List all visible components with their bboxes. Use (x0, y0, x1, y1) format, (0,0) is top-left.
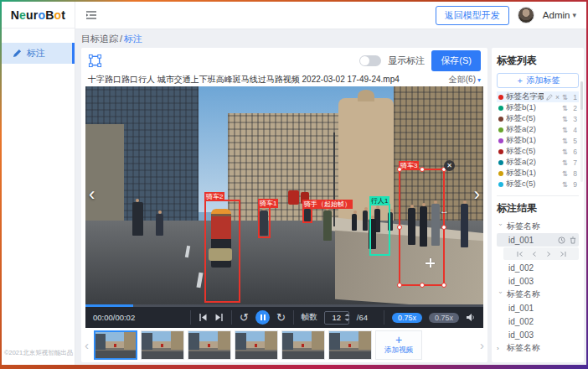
speed-pill-inactive[interactable]: 0.75x (429, 313, 459, 323)
annotation-box[interactable]: 骑手（起始帧） (302, 207, 312, 223)
result-item[interactable]: id_002 (497, 314, 579, 328)
page-next-icon[interactable] (545, 251, 552, 257)
label-index: 7 (570, 159, 577, 167)
label-row[interactable]: 标签a(2) ⇅ 4 (497, 124, 579, 135)
video-canvas[interactable]: 骑车2 骑车1 骑手（起始帧） 行人1 骑车3 (85, 86, 483, 304)
result-item[interactable]: id_001 (497, 301, 579, 314)
delete-annotation-icon[interactable]: ✕ (444, 160, 455, 171)
sort-icon[interactable]: ⇅ (562, 93, 568, 101)
annotation-box-selected[interactable]: 骑车3 ✕ ↔ (399, 169, 445, 286)
sidebar-item-annotation[interactable]: 标注 (2, 43, 75, 64)
frame-group: 帧数 /64 (293, 310, 375, 325)
label-row[interactable]: 标签b(1) ⇅ 5 (497, 135, 579, 146)
sort-icon[interactable]: ⇅ (562, 115, 568, 123)
page-last-icon[interactable] (560, 251, 566, 257)
result-group-header[interactable]: › 标签名称 (497, 288, 579, 301)
show-annotations-toggle[interactable] (359, 55, 381, 66)
replay-10-icon[interactable]: ↺ (240, 312, 249, 323)
resize-handle[interactable] (397, 283, 402, 288)
playback-controls: 00:00/00:02 ↺ ↻ 帧数 (85, 307, 483, 328)
add-video-button[interactable]: + 添加视频 (375, 330, 422, 360)
edit-icon[interactable] (546, 94, 553, 101)
resize-handle[interactable] (441, 225, 446, 230)
bbox-tool-icon[interactable] (88, 54, 102, 68)
label-row[interactable]: 标签b(1) ⇅ 8 (497, 168, 579, 179)
video-thumbnail[interactable] (188, 330, 231, 360)
annotation-box[interactable]: 骑车1 (258, 206, 271, 238)
panel-scrollbar[interactable] (580, 81, 583, 182)
label-row[interactable]: 标签b(1) ⇅ 2 (497, 102, 579, 113)
skip-start-icon[interactable] (199, 313, 208, 322)
scene-bus (288, 190, 299, 205)
resize-handle[interactable] (420, 283, 425, 288)
breadcrumb-parent[interactable]: 目标追踪 (81, 33, 118, 45)
history-icon[interactable] (558, 236, 565, 244)
result-group-header[interactable]: › 标签名称 (497, 341, 579, 355)
video-thumbnail[interactable] (281, 330, 325, 360)
label-color-dot (498, 127, 503, 133)
logo-part: N (11, 8, 19, 22)
add-label-button[interactable]: ＋ 添加标签 (497, 73, 579, 88)
resize-handle[interactable] (420, 167, 425, 172)
annotation-box[interactable]: 骑车2 (204, 200, 240, 303)
sort-icon[interactable]: ⇅ (562, 137, 568, 145)
speed-pill-active[interactable]: 0.75x (392, 313, 422, 323)
resize-handle[interactable] (397, 225, 402, 230)
resize-handle[interactable] (397, 167, 402, 172)
pause-button[interactable] (255, 310, 270, 325)
volume-icon[interactable] (466, 313, 476, 322)
video-thumbnail[interactable] (94, 330, 137, 360)
annotation-box[interactable]: 行人1 (369, 204, 390, 256)
label-row[interactable]: 标签a(2) ⇅ 7 (497, 157, 579, 168)
result-group-header[interactable]: › 标签名称 (497, 220, 579, 233)
skip-end-icon[interactable] (214, 313, 224, 322)
stepper-down-icon[interactable] (344, 318, 350, 322)
trash-icon[interactable] (570, 236, 576, 244)
stepper-up-icon[interactable] (344, 313, 350, 317)
right-panel: 标签列表 ＋ 添加标签 标签名字最长数... × ⇅ 1 (492, 48, 584, 362)
add-video-label: 添加视频 (384, 346, 413, 356)
resize-handle[interactable] (441, 283, 446, 288)
next-frame-arrow[interactable]: › (474, 185, 480, 204)
video-thumbnail[interactable] (235, 330, 278, 360)
sort-icon[interactable]: ⇅ (562, 180, 568, 189)
label-row[interactable]: 标签c(5) ⇅ 9 (497, 179, 579, 190)
filmstrip-prev-icon[interactable]: ‹ (83, 338, 90, 352)
sort-icon[interactable]: ⇅ (562, 169, 568, 178)
forward-10-icon[interactable]: ↻ (276, 312, 286, 323)
result-item-selected[interactable]: id_001 (497, 233, 579, 247)
page-prev-icon[interactable] (531, 251, 538, 257)
group-name: 标签名称 (507, 221, 540, 232)
sort-icon[interactable]: ⇅ (562, 148, 568, 156)
label-row[interactable]: 标签c(5) ⇅ 3 (497, 113, 579, 124)
label-index: 9 (570, 180, 577, 189)
result-item[interactable]: id_003 (497, 328, 579, 341)
filmstrip-next-icon[interactable]: › (478, 338, 486, 352)
result-item[interactable]: id_003 (497, 274, 579, 288)
annotation-filter-dropdown[interactable]: 全部(6) ▾ (449, 74, 481, 86)
sidebar-item-label: 标注 (27, 47, 45, 60)
page-first-icon[interactable] (517, 251, 524, 257)
sort-icon[interactable]: ⇅ (562, 104, 568, 112)
label-row[interactable]: 标签名字最长数... × ⇅ 1 (497, 91, 579, 102)
label-row[interactable]: 标签c(5) ⇅ 6 (497, 146, 579, 157)
annotation-label: 骑车2 (204, 192, 224, 201)
frame-count-label: 帧数 (302, 312, 317, 323)
video-title-row: 十字路口路口行人 城市交通上下班高峰斑马线过马路视频 2022-03-02 17… (81, 73, 487, 86)
filter-label: 全部(6) (449, 74, 476, 86)
back-to-model-dev-button[interactable]: 返回模型开发 (436, 6, 509, 25)
annotation-label: 骑手（起始帧） (302, 200, 353, 209)
avatar[interactable] (518, 7, 534, 23)
user-menu[interactable]: Admin ▾ (543, 10, 576, 20)
sort-icon[interactable]: ⇅ (562, 126, 568, 134)
video-thumbnail[interactable] (328, 330, 372, 360)
prev-frame-arrow[interactable]: ‹ (89, 185, 95, 204)
result-id: id_003 (508, 277, 534, 286)
video-thumbnail[interactable] (141, 330, 184, 360)
delete-label-icon[interactable]: × (555, 93, 560, 101)
collapse-menu-icon[interactable] (85, 10, 97, 20)
label-color-dot (498, 138, 503, 143)
result-item[interactable]: id_002 (497, 261, 579, 274)
save-button[interactable]: 保存(S) (431, 50, 481, 71)
sort-icon[interactable]: ⇅ (562, 159, 568, 167)
